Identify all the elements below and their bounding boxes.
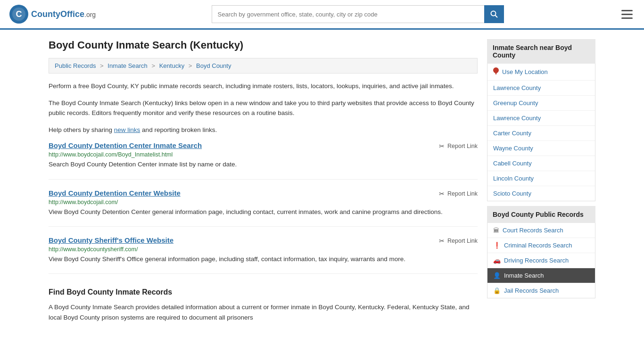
pr-icon-2: 🚗: [493, 257, 501, 264]
report-link-btn-0[interactable]: ✂ Report Link: [439, 142, 478, 150]
breadcrumb-public-records[interactable]: Public Records: [55, 62, 96, 69]
result-header-0: Boyd County Detention Center Inmate Sear…: [49, 141, 478, 151]
result-item-2: Boyd County Sheriff's Office Website ✂ R…: [49, 236, 478, 274]
public-records-item-3[interactable]: 👤Inmate Search: [487, 268, 595, 283]
report-icon-1: ✂: [439, 190, 445, 197]
nearby-link-4[interactable]: Carter County: [493, 130, 531, 137]
nearby-link-5[interactable]: Wayne County: [493, 145, 533, 152]
report-label-1: Report Link: [447, 190, 478, 197]
location-pin-icon: [493, 67, 499, 76]
pr-link-3[interactable]: Inmate Search: [504, 272, 544, 279]
sidebar: Inmate Search near Boyd County Use My Lo…: [487, 39, 595, 322]
menu-button[interactable]: [619, 8, 635, 21]
breadcrumb-boyd-county[interactable]: Boyd County: [196, 62, 231, 69]
nearby-item-6[interactable]: Cabell County: [487, 156, 595, 171]
breadcrumb-sep-1: >: [100, 62, 104, 69]
result-title-0[interactable]: Boyd County Detention Center Inmate Sear…: [49, 141, 202, 149]
page-title: Boyd County Inmate Search (Kentucky): [49, 39, 478, 51]
logo-text: CountyOffice.org: [31, 9, 96, 19]
main-container: Boyd County Inmate Search (Kentucky) Pub…: [39, 30, 605, 322]
desc3-after: and reporting broken links.: [140, 126, 217, 133]
pr-icon-4: 🔒: [493, 287, 501, 294]
result-url-0: http://www.boydcojail.com/Boyd_Inmatelis…: [49, 151, 478, 158]
find-section-heading: Find Boyd County Inmate Records: [49, 283, 478, 296]
result-header-1: Boyd County Detention Center Website ✂ R…: [49, 189, 478, 199]
report-label-0: Report Link: [447, 143, 478, 149]
description-1: Perform a free Boyd County, KY public in…: [49, 81, 478, 91]
nearby-link-6[interactable]: Cabell County: [493, 160, 532, 167]
nearby-item-8[interactable]: Scioto County: [487, 186, 595, 201]
new-links-link[interactable]: new links: [114, 126, 140, 133]
result-desc-2: View Boyd County Sheriff's Office genera…: [49, 255, 478, 264]
result-desc-0: Search Boyd County Detention Center inma…: [49, 160, 478, 169]
result-item-1: Boyd County Detention Center Website ✂ R…: [49, 189, 478, 227]
header: C CountyOffice.org: [0, 0, 644, 30]
result-title-1[interactable]: Boyd County Detention Center Website: [49, 189, 181, 197]
breadcrumb-kentucky[interactable]: Kentucky: [159, 62, 184, 69]
breadcrumb-sep-2: >: [151, 62, 155, 69]
pr-link-2[interactable]: Driving Records Search: [504, 257, 569, 264]
breadcrumb-sep-3: >: [189, 62, 192, 69]
result-title-2[interactable]: Boyd County Sheriff's Office Website: [49, 236, 173, 244]
description-2: The Boyd County Inmate Search (Kentucky)…: [49, 98, 478, 118]
pr-icon-1: ❗: [493, 242, 501, 249]
search-area: [212, 5, 504, 23]
public-records-header: Boyd County Public Records: [487, 206, 595, 223]
report-link-btn-2[interactable]: ✂ Report Link: [439, 237, 478, 245]
pr-link-0[interactable]: Court Records Search: [503, 227, 563, 234]
search-icon: [490, 10, 498, 18]
logo-icon: C: [9, 5, 28, 24]
find-section-text: A Boyd County Inmate Search provides det…: [49, 302, 478, 322]
public-records-item-1[interactable]: ❗Criminal Records Search: [487, 238, 595, 253]
search-button[interactable]: [484, 5, 504, 23]
result-url-1: http://www.boydcojail.com/: [49, 199, 478, 206]
public-records-item-4[interactable]: 🔒Jail Records Search: [487, 283, 595, 298]
nearby-link-8[interactable]: Scioto County: [493, 190, 531, 197]
public-records-item-0[interactable]: 🏛Court Records Search: [487, 223, 595, 238]
pr-icon-3: 👤: [493, 272, 501, 279]
public-records-section: Boyd County Public Records 🏛Court Record…: [487, 206, 595, 298]
report-link-btn-1[interactable]: ✂ Report Link: [439, 190, 478, 197]
nearby-item-7[interactable]: Lincoln County: [487, 171, 595, 186]
desc3-before: Help others by sharing: [49, 126, 114, 133]
pr-link-4[interactable]: Jail Records Search: [504, 287, 559, 294]
nearby-item-1[interactable]: Lawrence County: [487, 81, 595, 96]
svg-line-4: [495, 16, 497, 18]
nearby-link-0[interactable]: Use My Location: [502, 68, 548, 75]
public-records-body: 🏛Court Records Search❗Criminal Records S…: [487, 223, 595, 298]
nearby-link-2[interactable]: Greenup County: [493, 99, 538, 107]
nearby-item-0[interactable]: Use My Location: [487, 64, 595, 81]
find-section: Find Boyd County Inmate Records A Boyd C…: [49, 283, 478, 322]
logo-area: C CountyOffice.org: [9, 5, 96, 24]
results: Boyd County Detention Center Inmate Sear…: [49, 141, 478, 274]
content-area: Boyd County Inmate Search (Kentucky) Pub…: [49, 39, 478, 322]
nearby-section-body: Use My LocationLawrence CountyGreenup Co…: [487, 64, 595, 201]
breadcrumb: Public Records > Inmate Search > Kentuck…: [49, 58, 478, 74]
pr-link-1[interactable]: Criminal Records Search: [504, 242, 572, 249]
nearby-item-4[interactable]: Carter County: [487, 126, 595, 141]
result-url-2: http://www.boydcountysheriff.com/: [49, 246, 478, 253]
result-header-2: Boyd County Sheriff's Office Website ✂ R…: [49, 236, 478, 246]
description-3: Help others by sharing new links and rep…: [49, 125, 478, 135]
result-desc-1: View Boyd County Detention Center genera…: [49, 207, 478, 217]
report-icon-2: ✂: [439, 237, 445, 245]
report-label-2: Report Link: [447, 238, 478, 244]
report-icon-0: ✂: [439, 142, 445, 150]
nearby-item-5[interactable]: Wayne County: [487, 141, 595, 156]
svg-text:C: C: [16, 9, 22, 19]
pr-icon-0: 🏛: [493, 227, 499, 234]
nearby-link-3[interactable]: Lawrence County: [493, 115, 541, 122]
public-records-item-2[interactable]: 🚗Driving Records Search: [487, 253, 595, 268]
nearby-section: Inmate Search near Boyd County Use My Lo…: [487, 39, 595, 201]
svg-marker-6: [495, 72, 497, 75]
nearby-link-1[interactable]: Lawrence County: [493, 84, 541, 91]
result-item-0: Boyd County Detention Center Inmate Sear…: [49, 141, 478, 179]
nearby-item-2[interactable]: Greenup County: [487, 96, 595, 111]
nearby-item-3[interactable]: Lawrence County: [487, 111, 595, 126]
nearby-section-header: Inmate Search near Boyd County: [487, 39, 595, 64]
svg-point-3: [491, 11, 495, 16]
breadcrumb-inmate-search[interactable]: Inmate Search: [107, 62, 148, 69]
nearby-link-7[interactable]: Lincoln County: [493, 175, 534, 182]
search-input[interactable]: [212, 5, 484, 23]
